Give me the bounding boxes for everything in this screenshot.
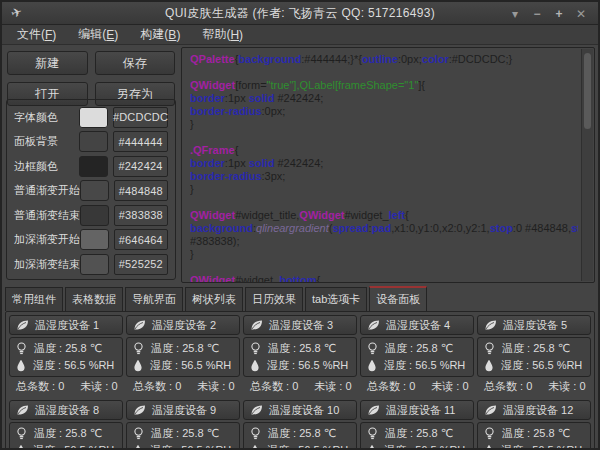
menu-item-e[interactable]: 编辑(E) xyxy=(67,25,129,44)
color-hex-field-1[interactable]: #444444 xyxy=(113,131,168,152)
tab-6[interactable]: tab选项卡 xyxy=(305,287,367,311)
code-line-6: } xyxy=(190,118,578,131)
color-swatch-2[interactable] xyxy=(79,156,108,177)
color-swatch-3[interactable] xyxy=(80,180,109,201)
device-card-footer: 总条数 : 0未读 : 0 xyxy=(126,377,240,396)
qss-code-editor[interactable]: QPalette{background:#444444;}*{outline:0… xyxy=(181,47,595,283)
leaf-icon xyxy=(133,319,146,331)
color-swatch-4[interactable] xyxy=(80,205,109,226)
device-card-header[interactable]: 温湿度设备 3 xyxy=(243,315,357,335)
save-button[interactable]: 保存 xyxy=(95,51,176,75)
total-count: 总条数 : 0 xyxy=(484,379,532,394)
color-hex-field-2[interactable]: #242424 xyxy=(113,156,168,177)
left-panel: 新建保存打开另存为 字体颜色#DCDCDC面板背景#444444边框颜色#242… xyxy=(2,45,180,285)
device-card-header[interactable]: 温湿度设备 10 xyxy=(243,400,357,420)
device-card-title: 温湿度设备 9 xyxy=(152,403,216,418)
device-card-title: 温湿度设备 2 xyxy=(152,318,216,333)
color-label-2: 边框颜色 xyxy=(14,159,79,174)
device-card-header[interactable]: 温湿度设备 2 xyxy=(126,315,240,335)
temperature-row: 温度 : 25.8 ℃ xyxy=(133,340,233,357)
code-line-1: QPalette{background:#444444;}*{outline:0… xyxy=(190,53,578,66)
code-line-7 xyxy=(190,131,578,144)
device-card: 温湿度设备 1温度 : 25.8 ℃湿度 : 56.5 %RH总条数 : 0未读… xyxy=(9,315,123,396)
color-hex-field-0[interactable]: #DCDCDC xyxy=(113,107,168,128)
droplet-icon xyxy=(484,444,494,450)
maximize-button[interactable]: + xyxy=(548,2,570,25)
device-card-header[interactable]: 温湿度设备 9 xyxy=(126,400,240,420)
device-card-header[interactable]: 温湿度设备 4 xyxy=(360,315,474,335)
color-swatch-6[interactable] xyxy=(80,254,109,275)
device-card-body: 温度 : 25.8 ℃湿度 : 56.5 %RH xyxy=(477,337,591,377)
device-card: 温湿度设备 5温度 : 25.8 ℃湿度 : 56.5 %RH总条数 : 0未读… xyxy=(477,315,591,396)
color-hex-field-4[interactable]: #383838 xyxy=(114,205,168,226)
tab-7[interactable]: 设备面板 xyxy=(369,286,427,311)
window-controls: ▾−+✕ xyxy=(504,2,592,25)
bulb-icon xyxy=(367,427,378,440)
unread-count: 未读 : 0 xyxy=(431,379,468,394)
leaf-icon xyxy=(367,404,380,416)
menu-item-h[interactable]: 帮助(H) xyxy=(191,25,254,44)
menu-item-f[interactable]: 文件(F) xyxy=(6,25,67,44)
device-card-header[interactable]: 温湿度设备 8 xyxy=(9,400,123,420)
code-line-3: QWidget[form="true"],QLabel[frameShape="… xyxy=(190,79,578,92)
color-swatch-0[interactable] xyxy=(79,107,108,128)
color-swatch-5[interactable] xyxy=(80,229,109,250)
color-swatch-1[interactable] xyxy=(79,131,108,152)
color-row-4: 普通渐变结束#383838 xyxy=(12,203,170,227)
toolbar-buttons: 新建保存打开另存为 xyxy=(2,45,180,106)
code-line-17 xyxy=(190,261,578,274)
humidity-row: 湿度 : 56.5 %RH xyxy=(250,357,350,374)
code-line-13: QWidget#widget_title,QWidget#widget_left… xyxy=(190,209,578,222)
editor-vscrollbar-thumb[interactable] xyxy=(584,53,591,129)
close-button[interactable]: ✕ xyxy=(570,2,592,25)
tab-5[interactable]: 日历效果 xyxy=(245,287,303,311)
device-card-footer: 总条数 : 0未读 : 0 xyxy=(360,377,474,396)
minimize-button[interactable]: − xyxy=(526,2,548,25)
tab-3[interactable]: 导航界面 xyxy=(125,287,183,311)
total-count: 总条数 : 0 xyxy=(250,379,298,394)
code-line-14: background:qlineargradient(spread:pad,x1… xyxy=(190,222,578,235)
code-line-4: border:1px solid #242424; xyxy=(190,92,578,105)
skin-menu-button[interactable]: ▾ xyxy=(504,2,526,25)
menu-item-b[interactable]: 构建(B) xyxy=(129,25,191,44)
device-card-title: 温湿度设备 5 xyxy=(503,318,567,333)
code-line-18: QWidget#widget_bottom{ xyxy=(190,274,578,282)
device-card-header[interactable]: 温湿度设备 1 xyxy=(9,315,123,335)
leaf-icon xyxy=(250,404,263,416)
temperature-value: 温度 : 25.8 ℃ xyxy=(151,426,219,441)
main-area: 新建保存打开另存为 字体颜色#DCDCDC面板背景#444444边框颜色#242… xyxy=(2,45,598,285)
device-card-body: 温度 : 25.8 ℃湿度 : 56.5 %RH xyxy=(243,337,357,377)
color-hex-field-6[interactable]: #525252 xyxy=(114,254,168,275)
code-line-15: #383838); xyxy=(190,235,578,248)
color-hex-field-5[interactable]: #646464 xyxy=(114,229,168,250)
leaf-icon xyxy=(484,319,497,331)
bulb-icon xyxy=(16,427,27,440)
editor-vscrollbar[interactable] xyxy=(581,49,593,281)
device-card-header[interactable]: 温湿度设备 12 xyxy=(477,400,591,420)
unread-count: 未读 : 0 xyxy=(548,379,585,394)
humidity-value: 湿度 : 56.5 %RH xyxy=(33,358,114,373)
tab-1[interactable]: 常用组件 xyxy=(5,287,63,311)
tab-4[interactable]: 树状列表 xyxy=(185,287,243,311)
new-button[interactable]: 新建 xyxy=(7,51,88,75)
device-card-header[interactable]: 温湿度设备 5 xyxy=(477,315,591,335)
leaf-icon xyxy=(133,404,146,416)
device-card: 温湿度设备 2温度 : 25.8 ℃湿度 : 56.5 %RH总条数 : 0未读… xyxy=(126,315,240,396)
humidity-row: 湿度 : 56.5 %RH xyxy=(133,442,233,450)
device-card-header[interactable]: 温湿度设备 11 xyxy=(360,400,474,420)
device-card-body: 温度 : 25.8 ℃湿度 : 56.5 %RH xyxy=(9,422,123,450)
color-label-4: 普通渐变结束 xyxy=(14,208,80,223)
color-hex-field-3[interactable]: #484848 xyxy=(114,180,168,201)
tab-2[interactable]: 表格数据 xyxy=(65,287,123,311)
droplet-icon xyxy=(16,359,26,372)
device-card: 温湿度设备 4温度 : 25.8 ℃湿度 : 56.5 %RH总条数 : 0未读… xyxy=(360,315,474,396)
device-card: 温湿度设备 8温度 : 25.8 ℃湿度 : 56.5 %RH总条数 : 0未读… xyxy=(9,400,123,450)
temperature-row: 温度 : 25.8 ℃ xyxy=(367,340,467,357)
device-card-footer: 总条数 : 0未读 : 0 xyxy=(9,377,123,396)
temperature-value: 温度 : 25.8 ℃ xyxy=(151,341,219,356)
humidity-value: 湿度 : 56.5 %RH xyxy=(384,443,465,450)
bulb-icon xyxy=(484,342,495,355)
color-label-1: 面板背景 xyxy=(14,134,79,149)
leaf-icon xyxy=(250,319,263,331)
device-card-body: 温度 : 25.8 ℃湿度 : 56.5 %RH xyxy=(360,337,474,377)
